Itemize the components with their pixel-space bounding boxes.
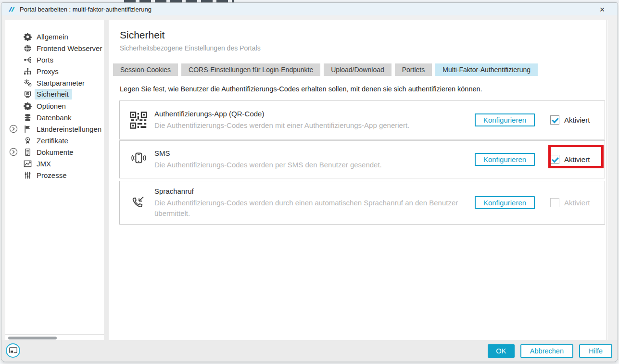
security-camera-icon (24, 90, 32, 99)
sidebar-item-proxys[interactable]: Proxys (5, 65, 104, 77)
method-title: Authentifizierungs-App (QR-Code) (154, 110, 465, 118)
flag-icon (24, 125, 32, 133)
activated-checkbox[interactable] (550, 155, 559, 164)
sidebar-item-optionen[interactable]: Optionen (5, 100, 104, 112)
dialog-footer: OK Abbrechen Hilfe (1, 340, 618, 362)
mfa-row-sprachanruf: Sprachanruf Die Authentifizierungs-Codes… (119, 181, 605, 225)
sidebar-item-label: Allgemein (37, 33, 68, 41)
sidebar-horizontal-scrollbar[interactable] (8, 337, 57, 339)
dialog-title: Portal bearbeiten : multi-faktor-authent… (20, 6, 152, 13)
tab-session-cookies[interactable]: Session-Cookies (113, 63, 178, 76)
main-content: Sicherheit Sicherheitsbezogene Einstellu… (109, 20, 607, 341)
cast-icon (9, 347, 17, 354)
activated-label: Aktiviert (564, 199, 590, 207)
sidebar-content-divider (104, 20, 109, 341)
tab-portlets[interactable]: Portlets (395, 63, 432, 76)
sidebar-item-label: Proxys (37, 67, 59, 75)
sidebar-item-label: Prozesse (37, 171, 67, 179)
portal-edit-dialog: Portal bearbeiten : multi-faktor-authent… (1, 2, 618, 362)
mfa-method-list: Authentifizierungs-App (QR-Code) Die Aut… (119, 100, 605, 225)
app-logo-icon (7, 5, 15, 13)
instruction-text: Legen Sie fest, wie Benutzer die Authent… (120, 85, 607, 93)
database-icon (24, 113, 32, 122)
sidebar-item-startparameter[interactable]: Startparameter (5, 77, 104, 88)
cancel-button[interactable]: Abbrechen (520, 344, 573, 358)
sidebar-item-label: Startparameter (37, 79, 85, 87)
network-tree-icon (24, 67, 32, 75)
sidebar-bottom-divider (5, 334, 104, 335)
tab-bar: Session-Cookies CORS-Einstellungen für L… (113, 63, 607, 76)
gear-icon (24, 33, 32, 41)
sidebar-item-label: Frontend Webserver (Re (37, 44, 104, 52)
gears-icon (24, 79, 32, 87)
content-right-divider (606, 20, 607, 341)
tab-cors-einstellungen[interactable]: CORS-Einstellungen für Login-Endpunkte (181, 63, 320, 76)
help-button[interactable]: Hilfe (579, 344, 612, 358)
chevron-right-circle-icon[interactable] (9, 148, 18, 156)
sidebar-item-label: Datenbank (37, 113, 72, 122)
sliders-icon (24, 171, 32, 179)
sidebar-item-allgemein[interactable]: Allgemein (5, 31, 104, 42)
activated-checkbox-group: Aktiviert (550, 115, 598, 125)
sidebar-item-label: Ländereinstellungen (37, 125, 101, 133)
sidebar-item-ports[interactable]: Ports (5, 54, 104, 65)
gear-icon (24, 102, 32, 110)
activated-checkbox-group: Aktiviert (550, 198, 598, 207)
incoming-call-icon (131, 195, 146, 211)
sms-phone-icon (130, 151, 147, 168)
present-screen-button[interactable] (6, 343, 20, 358)
sidebar-item-label: Optionen (37, 102, 66, 110)
tab-multi-faktor-authentifizierung[interactable]: Multi-Faktor-Authentifizierung (435, 63, 538, 76)
mfa-row-authenticator-app: Authentifizierungs-App (QR-Code) Die Aut… (119, 100, 605, 139)
qr-code-icon (130, 112, 147, 129)
sidebar-item-datenbank[interactable]: Datenbank (5, 112, 104, 123)
sidebar-item-label: Ports (37, 56, 53, 64)
sidebar-item-label: JMX (37, 160, 51, 168)
mfa-row-sms: SMS Die Authentifizierungs-Codes werden … (119, 140, 605, 178)
document-icon (24, 148, 32, 156)
sidebar-item-laendereinstellungen[interactable]: Ländereinstellungen (5, 123, 104, 135)
sidebar-item-label: Dokumente (37, 148, 74, 156)
configure-button-sprachanruf[interactable]: Konfigurieren (475, 196, 535, 209)
sidebar-item-label: Zertifikate (37, 137, 68, 145)
sidebar-item-label: Sicherheit (35, 89, 72, 100)
activated-label: Aktiviert (564, 155, 590, 163)
chevron-right-circle-icon[interactable] (9, 125, 18, 133)
settings-sidebar: Allgemein Frontend Webserver (Re (5, 20, 104, 341)
method-description: Die Authentifizierungs-Codes werden durc… (154, 198, 462, 219)
sidebar-item-sicherheit[interactable]: Sicherheit (5, 88, 104, 100)
method-title: Sprachanruf (154, 187, 465, 195)
activated-checkbox[interactable] (550, 115, 559, 125)
configure-button-authenticator-app[interactable]: Konfigurieren (475, 113, 535, 126)
ok-button[interactable]: OK (488, 344, 515, 358)
sidebar-item-dokumente[interactable]: Dokumente (5, 146, 104, 158)
method-description: Die Authentifizierungs-Codes werden per … (154, 160, 462, 170)
activated-checkbox[interactable] (550, 198, 559, 207)
globe-icon (24, 44, 32, 52)
method-description: Die Authentifizierungs-Codes werden mit … (154, 120, 462, 131)
sidebar-item-jmx[interactable]: JMX (5, 158, 104, 169)
dialog-titlebar: Portal bearbeiten : multi-faktor-authent… (1, 3, 618, 15)
sidebar-item-prozesse[interactable]: Prozesse (5, 169, 104, 181)
activated-checkbox-group: Aktiviert (550, 155, 598, 164)
close-icon[interactable]: × (597, 5, 607, 15)
ports-icon (24, 56, 32, 64)
configure-button-sms[interactable]: Konfigurieren (475, 153, 535, 166)
activated-label: Aktiviert (564, 116, 590, 124)
sidebar-item-zertifikate[interactable]: Zertifikate (5, 135, 104, 146)
page-title: Sicherheit (120, 29, 607, 41)
line-chart-icon (24, 160, 32, 168)
method-title: SMS (154, 149, 465, 157)
tab-upload-download[interactable]: Upload/Download (324, 63, 392, 76)
certificate-ribbon-icon (24, 137, 32, 145)
page-subtitle: Sicherheitsbezogene Einstellungen des Po… (120, 44, 607, 52)
sidebar-item-frontend-webserver[interactable]: Frontend Webserver (Re (5, 42, 104, 54)
